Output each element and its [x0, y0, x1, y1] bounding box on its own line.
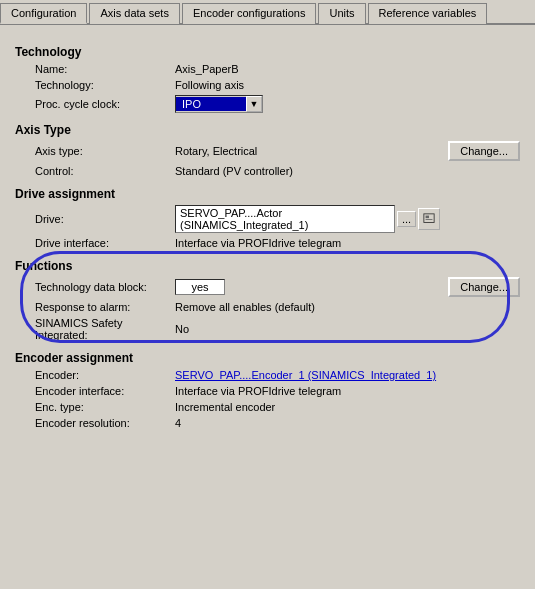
encoder-resolution-label: Encoder resolution:: [35, 417, 175, 429]
sinamics-row: SINAMICS Safety Integrated: No: [15, 317, 520, 341]
encoder-interface-value: Interface via PROFIdrive telegram: [175, 385, 341, 397]
axis-type-label: Axis type:: [35, 145, 175, 157]
encoder-interface-row: Encoder interface: Interface via PROFIdr…: [15, 385, 520, 397]
proc-cycle-row: Proc. cycle clock: IPO ▼: [15, 95, 520, 113]
control-label: Control:: [35, 165, 175, 177]
enc-type-row: Enc. type: Incremental encoder: [15, 401, 520, 413]
axis-type-section-title: Axis Type: [15, 123, 520, 137]
response-alarm-value: Remove all enables (default): [175, 301, 315, 313]
functions-section-title: Functions: [15, 259, 520, 273]
name-value: Axis_PaperB: [175, 63, 239, 75]
technology-row: Technology: Following axis: [15, 79, 520, 91]
encoder-row: Encoder: SERVO_PAP....Encoder_1 (SINAMIC…: [15, 369, 520, 381]
tech-data-block-label: Technology data block:: [35, 281, 175, 293]
drive-input[interactable]: SERVO_PAP....Actor (SINAMICS_Integrated_…: [175, 205, 395, 233]
proc-cycle-dropdown-arrow[interactable]: ▼: [246, 96, 262, 112]
encoder-resolution-row: Encoder resolution: 4: [15, 417, 520, 429]
enc-type-value: Incremental encoder: [175, 401, 275, 413]
tech-data-block-row: Technology data block: yes Change...: [15, 277, 520, 297]
proc-cycle-label: Proc. cycle clock:: [35, 98, 175, 110]
technology-label: Technology:: [35, 79, 175, 91]
response-alarm-label: Response to alarm:: [35, 301, 175, 313]
control-row: Control: Standard (PV controller): [15, 165, 520, 177]
encoder-resolution-value: 4: [175, 417, 181, 429]
tab-units[interactable]: Units: [318, 3, 365, 24]
drive-icon-svg: [423, 212, 435, 226]
drive-row: Drive: SERVO_PAP....Actor (SINAMICS_Inte…: [15, 205, 520, 233]
name-label: Name:: [35, 63, 175, 75]
drive-interface-label: Drive interface:: [35, 237, 175, 249]
tab-bar: Configuration Axis data sets Encoder con…: [0, 0, 535, 25]
axis-type-value: Rotary, Electrical: [175, 145, 257, 157]
proc-cycle-dropdown[interactable]: IPO: [176, 97, 246, 111]
svg-rect-2: [426, 219, 433, 220]
tab-encoder-configurations[interactable]: Encoder configurations: [182, 3, 317, 24]
technology-section-title: Technology: [15, 45, 520, 59]
response-alarm-row: Response to alarm: Remove all enables (d…: [15, 301, 520, 313]
tech-data-block-change-button[interactable]: Change...: [448, 277, 520, 297]
tab-reference-variables[interactable]: Reference variables: [368, 3, 488, 24]
encoder-interface-label: Encoder interface:: [35, 385, 175, 397]
main-content: Technology Name: Axis_PaperB Technology:…: [0, 25, 535, 443]
axis-type-row: Axis type: Rotary, Electrical Change...: [15, 141, 520, 161]
tab-axis-data-sets[interactable]: Axis data sets: [89, 3, 179, 24]
proc-cycle-dropdown-container: IPO ▼: [175, 95, 263, 113]
drive-interface-row: Drive interface: Interface via PROFIdriv…: [15, 237, 520, 249]
drive-label: Drive:: [35, 213, 175, 225]
technology-value: Following axis: [175, 79, 244, 91]
sinamics-value: No: [175, 323, 189, 335]
encoder-value[interactable]: SERVO_PAP....Encoder_1 (SINAMICS_Integra…: [175, 369, 436, 381]
tech-data-block-value: yes: [175, 279, 225, 295]
name-row: Name: Axis_PaperB: [15, 63, 520, 75]
enc-type-label: Enc. type:: [35, 401, 175, 413]
sinamics-label: SINAMICS Safety Integrated:: [35, 317, 175, 341]
control-value: Standard (PV controller): [175, 165, 293, 177]
drive-assignment-section-title: Drive assignment: [15, 187, 520, 201]
tab-configuration[interactable]: Configuration: [0, 3, 87, 24]
axis-type-change-button[interactable]: Change...: [448, 141, 520, 161]
drive-icon-button[interactable]: [418, 208, 440, 230]
drive-dots-button[interactable]: ...: [397, 211, 416, 227]
encoder-section-title: Encoder assignment: [15, 351, 520, 365]
encoder-label: Encoder:: [35, 369, 175, 381]
svg-rect-1: [426, 216, 429, 219]
functions-section: Functions Technology data block: yes Cha…: [15, 259, 520, 341]
drive-interface-value: Interface via PROFIdrive telegram: [175, 237, 341, 249]
